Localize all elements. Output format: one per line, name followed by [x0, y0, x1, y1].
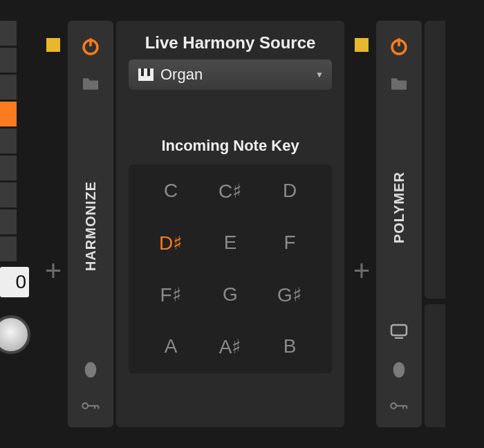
- step-cell[interactable]: [0, 183, 17, 207]
- folder-icon: [81, 76, 100, 91]
- remote-controls-button[interactable]: [79, 357, 102, 380]
- key-f[interactable]: F: [283, 232, 295, 254]
- key-d[interactable]: D: [283, 180, 297, 203]
- add-device-icon: +: [353, 256, 371, 286]
- incoming-note-key-title: Incoming Note Key: [161, 137, 299, 155]
- step-cell[interactable]: [0, 129, 17, 153]
- remote-controls-button[interactable]: [387, 357, 411, 380]
- insert-marker: [355, 38, 369, 52]
- chevron-down-icon: ▼: [315, 70, 324, 80]
- key-icon: [390, 400, 408, 411]
- insert-marker: [46, 38, 60, 52]
- svg-point-4: [82, 403, 88, 409]
- power-icon: [81, 37, 100, 56]
- step-cells: [0, 21, 17, 261]
- note-key-grid: C C♯ D D♯ E F F♯ G G♯ A A♯ B: [129, 165, 332, 373]
- key-c-sharp[interactable]: C♯: [218, 180, 242, 203]
- modulation-routing-button[interactable]: [387, 394, 411, 418]
- step-cell[interactable]: [0, 48, 17, 73]
- device-rail-harmonize: HARMONIZE: [68, 21, 113, 427]
- panel-sliver: [425, 21, 445, 299]
- expanded-view-button[interactable]: [387, 319, 411, 343]
- key-g[interactable]: G: [223, 283, 238, 306]
- mouse-icon: [84, 360, 97, 377]
- left-device-fragment: 0: [0, 0, 39, 448]
- step-cell[interactable]: [0, 75, 17, 100]
- panel-title: Live Harmony Source: [145, 33, 316, 53]
- modulation-routing-button[interactable]: [79, 394, 102, 418]
- add-device-icon: +: [45, 256, 62, 286]
- insert-slot-right[interactable]: +: [347, 0, 376, 448]
- key-b[interactable]: B: [283, 335, 297, 358]
- key-c[interactable]: C: [164, 180, 178, 203]
- key-d-sharp[interactable]: D♯: [159, 232, 183, 254]
- value-input[interactable]: 0: [0, 267, 29, 297]
- key-f-sharp[interactable]: F♯: [160, 283, 181, 306]
- folder-icon: [389, 76, 409, 91]
- power-button[interactable]: [79, 35, 102, 58]
- key-e[interactable]: E: [224, 232, 237, 254]
- device-title: POLYMER: [391, 171, 407, 243]
- step-cell[interactable]: [0, 156, 17, 180]
- svg-rect-13: [398, 364, 400, 368]
- svg-rect-3: [90, 364, 91, 368]
- svg-point-14: [391, 403, 396, 409]
- power-icon: [389, 37, 409, 56]
- preset-folder-button[interactable]: [79, 72, 102, 95]
- step-cell-active[interactable]: [0, 102, 17, 127]
- monitor-icon: [390, 324, 408, 339]
- svg-rect-10: [391, 325, 407, 335]
- device-rail-polymer: POLYMER: [376, 21, 422, 427]
- polymer-panel-fragment: [425, 21, 445, 427]
- step-cell[interactable]: [0, 236, 17, 261]
- step-cell[interactable]: [0, 21, 17, 46]
- harmony-source-dropdown[interactable]: Organ ▼: [129, 59, 332, 90]
- rotary-knob[interactable]: [0, 315, 30, 354]
- device-title: HARMONIZE: [83, 181, 99, 271]
- dropdown-value: Organ: [160, 66, 203, 84]
- key-a[interactable]: A: [165, 335, 178, 358]
- key-g-sharp[interactable]: G♯: [277, 283, 302, 306]
- key-a-sharp[interactable]: A♯: [219, 335, 242, 358]
- power-button[interactable]: [387, 35, 411, 58]
- instrument-icon: [138, 68, 153, 81]
- step-cell[interactable]: [0, 209, 17, 234]
- insert-slot-left[interactable]: +: [39, 0, 68, 448]
- harmonize-panel: Live Harmony Source Organ ▼ Incoming Not…: [116, 21, 344, 427]
- panel-sliver-lower: [425, 304, 445, 427]
- mouse-icon: [392, 360, 406, 377]
- key-icon: [82, 400, 100, 411]
- preset-folder-button[interactable]: [387, 72, 411, 95]
